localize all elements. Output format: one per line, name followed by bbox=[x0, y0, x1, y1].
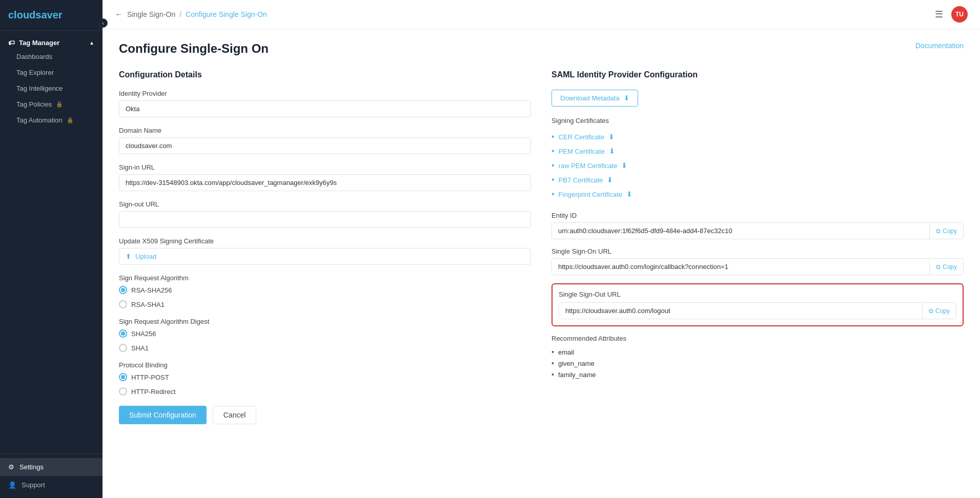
lock-icon-tag-policies: 🔒 bbox=[56, 101, 63, 108]
copy-icon-sso: ⧉ bbox=[936, 263, 941, 271]
menu-icon[interactable]: ☰ bbox=[935, 9, 943, 20]
attr-email: email bbox=[552, 346, 964, 358]
cert-item-cer: CER Certificate ⬇ bbox=[552, 130, 964, 144]
slo-url-input[interactable] bbox=[559, 303, 922, 319]
page-content: Configure Single-Sign On Documentation C… bbox=[103, 29, 980, 498]
domain-name-input[interactable] bbox=[119, 137, 531, 154]
domain-name-group: Domain Name bbox=[119, 127, 531, 154]
sign-in-url-input[interactable] bbox=[119, 174, 531, 191]
recommended-attrs-title: Recommended Attributes bbox=[552, 335, 964, 342]
download-icon: ⬇ bbox=[624, 94, 629, 102]
domain-name-label: Domain Name bbox=[119, 127, 531, 134]
sso-url-input[interactable] bbox=[552, 259, 929, 275]
logo: cloudsaver bbox=[0, 0, 103, 31]
sidebar-item-dashboards[interactable]: Dashboards bbox=[0, 49, 103, 65]
topbar-right: ☰ TU bbox=[935, 6, 968, 23]
identity-provider-group: Identity Provider bbox=[119, 90, 531, 117]
cert-pb7-label: PB7 Certificate bbox=[559, 176, 603, 184]
entity-id-label: Entity ID bbox=[552, 212, 964, 219]
upload-button[interactable]: ⬆ Upload bbox=[119, 248, 531, 265]
algo-rsa-sha256[interactable]: RSA-SHA256 bbox=[119, 286, 531, 294]
chevron-up-icon: ▲ bbox=[89, 40, 94, 46]
sign-request-digest-label: Sign Request Algorithm Digest bbox=[119, 318, 531, 325]
saml-section-title: SAML Identity Provider Configuration bbox=[552, 70, 964, 79]
cert-fingerprint-label: Fingerprint Certificate bbox=[559, 191, 622, 198]
binding-http-post[interactable]: HTTP-POST bbox=[119, 373, 531, 381]
sign-out-url-label: Sign-out URL bbox=[119, 200, 531, 208]
sidebar-item-tag-intelligence[interactable]: Tag Intelligence bbox=[0, 80, 103, 96]
cert-pem-label: PEM Certificate bbox=[559, 148, 605, 155]
slo-url-copy-button[interactable]: ⧉ Copy bbox=[922, 303, 956, 319]
cancel-button[interactable]: Cancel bbox=[213, 406, 257, 424]
download-metadata-button[interactable]: Download Metadata ⬇ bbox=[552, 90, 638, 107]
cert-fingerprint-download-icon[interactable]: ⬇ bbox=[626, 190, 632, 198]
protocol-binding-group: Protocol Binding HTTP-POST HTTP-Redirect bbox=[119, 361, 531, 396]
download-metadata-label: Download Metadata bbox=[560, 94, 620, 102]
sidebar-nav: 🏷 Tag Manager ▲ Dashboards Tag Explorer … bbox=[0, 31, 103, 453]
radio-sha1-indicator bbox=[119, 344, 127, 352]
sign-out-url-input[interactable] bbox=[119, 211, 531, 228]
entity-id-copy-button[interactable]: ⧉ Copy bbox=[929, 223, 963, 239]
page-header: Configure Single-Sign On Documentation bbox=[119, 42, 964, 56]
breadcrumb-parent: Single Sign-On bbox=[127, 10, 175, 18]
saml-panel: SAML Identity Provider Configuration Dow… bbox=[552, 70, 964, 424]
sidebar-item-settings[interactable]: ⚙ Settings bbox=[0, 458, 103, 476]
sidebar-bottom: ⚙ Settings 👤 Support bbox=[0, 453, 103, 498]
avatar[interactable]: TU bbox=[951, 6, 968, 23]
documentation-link[interactable]: Documentation bbox=[915, 42, 964, 50]
sidebar-collapse-button[interactable]: ‹ bbox=[98, 18, 108, 28]
algo-rsa-sha1[interactable]: RSA-SHA1 bbox=[119, 300, 531, 308]
binding-http-redirect[interactable]: HTTP-Redirect bbox=[119, 387, 531, 396]
identity-provider-label: Identity Provider bbox=[119, 90, 531, 97]
logo-part2: saver bbox=[35, 9, 62, 20]
breadcrumb-current: Configure Single Sign-On bbox=[186, 10, 267, 18]
sidebar-item-support[interactable]: 👤 Support bbox=[0, 476, 103, 494]
copy-icon-slo: ⧉ bbox=[929, 307, 933, 315]
sign-in-url-group: Sign-in URL bbox=[119, 163, 531, 191]
cert-item-pb7: PB7 Certificate ⬇ bbox=[552, 173, 964, 187]
algo-radio-group: RSA-SHA256 RSA-SHA1 bbox=[119, 286, 531, 308]
cert-item-fingerprint: Fingerprint Certificate ⬇ bbox=[552, 187, 964, 201]
digest-sha256[interactable]: SHA256 bbox=[119, 329, 531, 338]
protocol-binding-label: Protocol Binding bbox=[119, 361, 531, 369]
form-actions: Submit Configuration Cancel bbox=[119, 406, 531, 424]
breadcrumb: ← Single Sign-On / Configure Single Sign… bbox=[115, 10, 267, 19]
recommended-attrs-section: Recommended Attributes email given_name … bbox=[552, 335, 964, 380]
sso-url-copy-button[interactable]: ⧉ Copy bbox=[929, 259, 963, 275]
back-button[interactable]: ← bbox=[115, 10, 123, 19]
sidebar-item-tag-policies[interactable]: Tag Policies 🔒 bbox=[0, 96, 103, 112]
radio-rsa-sha256-indicator bbox=[119, 286, 127, 294]
digest-radio-group: SHA256 SHA1 bbox=[119, 329, 531, 352]
lock-icon-tag-automation: 🔒 bbox=[67, 117, 74, 123]
sign-in-url-label: Sign-in URL bbox=[119, 163, 531, 171]
sidebar-section-tag-manager[interactable]: 🏷 Tag Manager ▲ bbox=[0, 35, 103, 49]
radio-http-redirect-indicator bbox=[119, 387, 127, 396]
main-content: ← Single Sign-On / Configure Single Sign… bbox=[103, 0, 980, 498]
identity-provider-input[interactable] bbox=[119, 100, 531, 117]
update-cert-label: Update X509 Signing Certificate bbox=[119, 237, 531, 245]
sidebar: cloudsaver 🏷 Tag Manager ▲ Dashboards Ta… bbox=[0, 0, 103, 498]
cert-cer-download-icon[interactable]: ⬇ bbox=[608, 133, 615, 141]
tag-manager-icon: 🏷 bbox=[8, 39, 15, 47]
signing-certs-label: Signing Certificates bbox=[552, 117, 964, 125]
cert-pem-download-icon[interactable]: ⬇ bbox=[609, 147, 615, 155]
settings-icon: ⚙ bbox=[8, 463, 14, 471]
sidebar-item-tag-explorer[interactable]: Tag Explorer bbox=[0, 65, 103, 80]
update-cert-group: Update X509 Signing Certificate ⬆ Upload bbox=[119, 237, 531, 265]
slo-url-highlighted-box: Single Sign-Out URL ⧉ Copy bbox=[552, 283, 964, 326]
cert-cer-label: CER Certificate bbox=[559, 133, 605, 141]
entity-id-field: ⧉ Copy bbox=[552, 222, 964, 239]
cert-pb7-download-icon[interactable]: ⬇ bbox=[607, 176, 613, 184]
upload-icon: ⬆ bbox=[126, 253, 131, 260]
submit-button[interactable]: Submit Configuration bbox=[119, 406, 207, 424]
sidebar-tag-manager-label: Tag Manager bbox=[19, 39, 59, 47]
page-title: Configure Single-Sign On bbox=[119, 42, 269, 56]
entity-id-input[interactable] bbox=[552, 223, 929, 239]
slo-url-field: ⧉ Copy bbox=[559, 302, 956, 319]
sso-url-group: Single Sign-On URL ⧉ Copy bbox=[552, 247, 964, 275]
radio-sha256-indicator bbox=[119, 329, 127, 338]
sso-url-field: ⧉ Copy bbox=[552, 258, 964, 275]
cert-raw-pem-download-icon[interactable]: ⬇ bbox=[621, 161, 627, 170]
digest-sha1[interactable]: SHA1 bbox=[119, 344, 531, 352]
sidebar-item-tag-automation[interactable]: Tag Automation 🔒 bbox=[0, 112, 103, 128]
